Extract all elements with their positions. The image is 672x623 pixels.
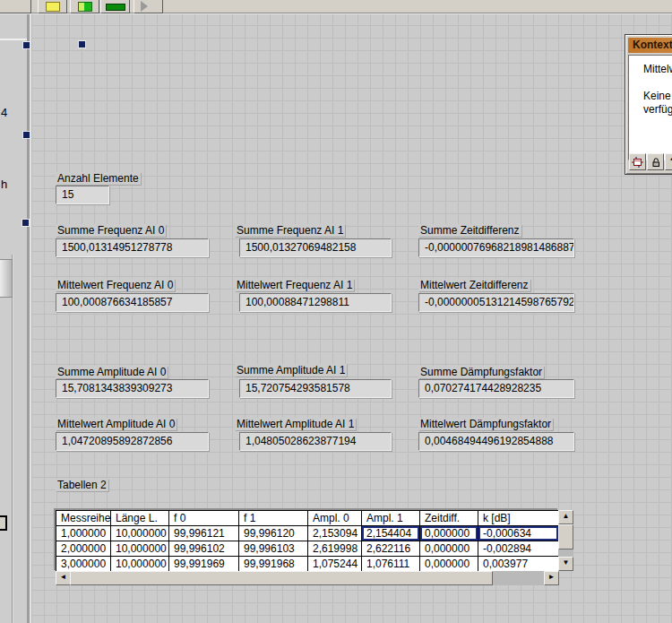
show-terminals-button[interactable] — [629, 153, 646, 170]
table-cell[interactable]: 1,000000 — [56, 526, 111, 541]
table-cell[interactable]: 0,003977 — [478, 557, 559, 572]
toolbar-button-3[interactable] — [70, 0, 99, 13]
horizontal-scroll-thumb[interactable] — [70, 571, 493, 585]
scroll-up-button[interactable]: ▲ — [558, 510, 573, 524]
lock-help-button[interactable] — [647, 153, 664, 170]
mittelwert-amplitude-ai1-label: Mittelwert Amplitude AI 1 — [235, 418, 356, 430]
selection-handle[interactable] — [22, 41, 30, 49]
mittelwert-frequenz-ai1-label: Mittelwert Frequenz AI 1 — [235, 279, 354, 291]
table-cell[interactable]: 3,000000 — [56, 557, 111, 572]
scroll-left-button[interactable]: ◄ — [56, 571, 71, 585]
toolbar-button-4[interactable] — [100, 0, 130, 13]
mittelwert-daempfungsfaktor-label: Mittelwert Dämpfungsfaktor — [418, 418, 553, 430]
down-arrow-icon: ▼ — [563, 558, 570, 567]
labview-front-panel: 4 h Anzahl Elemente 15 Summe Frequenz AI… — [0, 0, 672, 623]
summe-zeitdifferenz-label: Summe Zeitdifferenz — [418, 224, 521, 237]
mittelwert-frequenz-ai0-label: Mittelwert Frequenz AI 0 — [56, 279, 175, 291]
table-cell[interactable]: 2,622116 — [362, 541, 420, 557]
partial-left-window: 4 h — [0, 14, 30, 623]
toolbar-button-5[interactable] — [134, 0, 163, 13]
summe-amplitude-ai0-field[interactable]: 15,7081343839309273 — [56, 379, 209, 398]
more-help-button[interactable]: ? — [665, 153, 672, 170]
summe-amplitude-ai1-label: Summe Amplitude AI 1 — [235, 364, 347, 376]
table-cell[interactable]: 10,000000 — [111, 541, 169, 557]
toolbar-icon-5 — [141, 1, 148, 12]
table-cell[interactable]: 99,996103 — [239, 541, 308, 557]
mittelwert-amplitude-ai0-field[interactable]: 1,04720895892872856 — [56, 432, 209, 451]
selection-handle[interactable] — [22, 131, 30, 139]
partial-control-fragment — [0, 515, 7, 531]
table-header-zeitdiff[interactable]: Zeitdiff. — [420, 511, 478, 526]
context-help-titlebar[interactable]: Kontexthilfe — [628, 38, 672, 53]
clipped-text-fragment-top: 4 — [1, 106, 7, 119]
toolbar — [0, 0, 672, 13]
summe-frequenz-ai0-field[interactable]: 1500,01314951278778 — [56, 238, 209, 257]
table-cell[interactable]: 0,000000 — [420, 557, 478, 572]
mittelwert-frequenz-ai0-field[interactable]: 100,000876634185857 — [56, 293, 209, 312]
table-row: 2,000000 10,000000 99,996102 99,996103 2… — [56, 541, 559, 557]
toolbar-icon-2 — [46, 2, 60, 12]
context-help-line: Mittelwert — [643, 63, 672, 76]
context-help-body: Mittelwert Keine Beschreibung verfügbar — [628, 55, 672, 160]
summe-frequenz-ai1-label: Summe Frequenz AI 1 — [235, 224, 345, 237]
table-header-ampl0[interactable]: Ampl. 0 — [308, 511, 362, 526]
scroll-right-button[interactable]: ► — [544, 571, 559, 585]
partial-control[interactable] — [0, 259, 13, 298]
table-row: 1,000000 10,000000 99,996121 99,996120 2… — [56, 526, 559, 541]
table-cell[interactable]: 10,000000 — [111, 557, 169, 572]
anzahl-elemente-label: Anzahl Elemente — [56, 172, 141, 185]
connector-pane-icon — [632, 157, 643, 168]
summe-zeitdifferenz-field[interactable]: -0,000000769682189814868874 — [418, 238, 574, 257]
selection-handle[interactable] — [78, 40, 86, 48]
table-cell[interactable]: 99,996102 — [169, 541, 239, 557]
table-cell[interactable]: 99,996120 — [239, 526, 308, 541]
table-cell[interactable]: 99,996121 — [169, 526, 239, 541]
mittelwert-amplitude-ai0-label: Mittelwert Amplitude AI 0 — [56, 418, 177, 430]
table-cell[interactable]: 1,075244 — [308, 557, 362, 572]
table-header-kdb[interactable]: k [dB] — [478, 511, 559, 526]
vertical-scroll-thumb[interactable] — [558, 524, 573, 549]
scroll-down-button[interactable]: ▼ — [558, 557, 573, 571]
table-grid: Messreihe Länge L. f 0 f 1 Ampl. 0 Ampl.… — [56, 510, 559, 572]
table-cell-selected[interactable]: 2,154404 — [362, 526, 420, 541]
table-header-ampl1[interactable]: Ampl. 1 — [362, 511, 420, 526]
mittelwert-zeitdifferenz-field[interactable]: -0,000000051312145987657925 — [418, 293, 574, 312]
summe-amplitude-ai0-label: Summe Amplitude AI 0 — [56, 366, 168, 378]
table-cell[interactable]: 0,000000 — [420, 541, 478, 557]
table-cell[interactable]: 2,619998 — [308, 541, 362, 557]
toolbar-button-1[interactable] — [0, 0, 31, 13]
table-cell[interactable]: -0,002894 — [478, 541, 559, 557]
table-cell[interactable]: 99,991968 — [239, 557, 308, 572]
table-cell[interactable]: 10,000000 — [111, 526, 169, 541]
table-header-f0[interactable]: f 0 — [169, 511, 239, 526]
summe-frequenz-ai1-field[interactable]: 1500,01327069482158 — [239, 238, 392, 257]
table-cell-selected[interactable]: -0,000634 — [478, 526, 559, 541]
context-help-buttons: ? — [629, 153, 672, 170]
table-cell[interactable]: 99,991969 — [169, 557, 239, 572]
context-help-window: Kontexthilfe Mittelwert Keine Beschreibu… — [625, 34, 672, 175]
toolbar-icon-4 — [106, 4, 125, 11]
summe-amplitude-ai1-field[interactable]: 15,720754293581578 — [239, 379, 392, 398]
table-cell[interactable]: 2,000000 — [56, 541, 111, 557]
toolbar-button-2[interactable] — [38, 0, 67, 13]
table-cell-selected[interactable]: 0,000000 — [420, 526, 478, 541]
summe-daempfungsfaktor-label: Summe Dämpfungsfaktor — [418, 366, 544, 378]
table-header-row: Messreihe Länge L. f 0 f 1 Ampl. 0 Ampl.… — [56, 511, 559, 526]
table-vertical-scrollbar[interactable]: ▲ ▼ — [558, 510, 573, 571]
front-panel-grid: 4 h Anzahl Elemente 15 Summe Frequenz AI… — [0, 14, 672, 623]
table-horizontal-scrollbar[interactable]: ◄ ► — [56, 571, 558, 585]
table-cell[interactable]: 2,153094 — [308, 526, 362, 541]
mittelwert-daempfungsfaktor-field[interactable]: 0,00468494496192854888 — [418, 432, 574, 451]
table-cell[interactable]: 1,076111 — [362, 557, 420, 572]
table-header-f1[interactable]: f 1 — [239, 511, 308, 526]
mittelwert-frequenz-ai1-field[interactable]: 100,00088471298811 — [239, 293, 392, 312]
selection-handle[interactable] — [22, 219, 30, 227]
tabellen-2-label: Tabellen 2 — [56, 479, 108, 491]
mittelwert-amplitude-ai1-field[interactable]: 1,04805028623877194 — [239, 432, 392, 451]
lock-icon — [650, 157, 661, 168]
table-header-laenge[interactable]: Länge L. — [111, 511, 169, 526]
toolbar-icon-3 — [78, 2, 92, 12]
table-header-messreihe[interactable]: Messreihe — [56, 511, 111, 526]
anzahl-elemente-field[interactable]: 15 — [56, 186, 109, 204]
summe-daempfungsfaktor-field[interactable]: 0,070274174428928235 — [418, 379, 574, 398]
